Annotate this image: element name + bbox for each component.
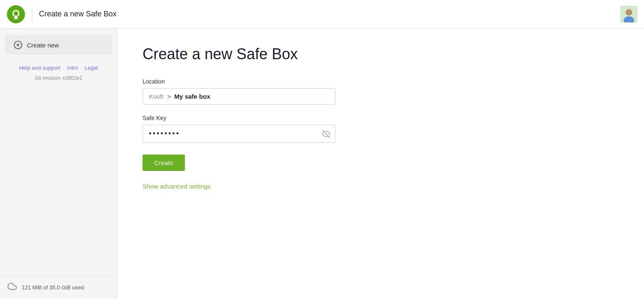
svg-point-7	[626, 9, 631, 13]
password-toggle-button[interactable]	[322, 130, 330, 138]
storage-label: 121 MiB of 35.0 GiB used	[22, 284, 84, 291]
storage-info: 121 MiB of 35.0 GiB used	[0, 275, 117, 299]
cloud-icon	[8, 282, 17, 293]
help-support-link[interactable]: Help and support	[19, 65, 60, 71]
header-divider	[32, 6, 32, 23]
location-field[interactable]: Koofr > My safe box	[143, 88, 335, 105]
sidebar: Create new Help and support · Intro · Le…	[0, 29, 117, 299]
show-advanced-settings-button[interactable]: Show advanced settings	[143, 183, 211, 190]
app-header: Create a new Safe Box	[0, 0, 644, 29]
intro-link[interactable]: Intro	[67, 65, 78, 71]
header-title: Create a new Safe Box	[39, 10, 117, 18]
create-button[interactable]: Create	[143, 155, 185, 171]
location-label: Location	[143, 78, 619, 85]
location-root: Koofr	[149, 93, 164, 100]
location-arrow: >	[167, 93, 171, 100]
svg-rect-3	[14, 17, 18, 18]
create-new-button[interactable]: Create new	[5, 35, 112, 55]
page-title: Create a new Safe Box	[143, 45, 619, 63]
password-wrapper	[143, 125, 335, 143]
legal-link[interactable]: Legal	[85, 65, 98, 71]
safe-key-label: Safe Key	[143, 115, 619, 121]
location-current: My safe box	[174, 93, 210, 100]
app-logo	[7, 5, 25, 24]
git-revision: Git revision: e3902e1	[0, 73, 117, 83]
main-content: Create a new Safe Box Location Koofr > M…	[117, 29, 644, 299]
location-group: Location Koofr > My safe box	[143, 78, 619, 105]
svg-point-0	[7, 5, 25, 23]
safe-key-group: Safe Key	[143, 115, 619, 143]
create-new-label: Create new	[27, 42, 59, 49]
avatar[interactable]	[621, 6, 637, 23]
sidebar-links: Help and support · Intro · Legal	[0, 58, 117, 73]
app-layout: Create new Help and support · Intro · Le…	[0, 29, 644, 299]
safe-key-input[interactable]	[143, 125, 335, 143]
